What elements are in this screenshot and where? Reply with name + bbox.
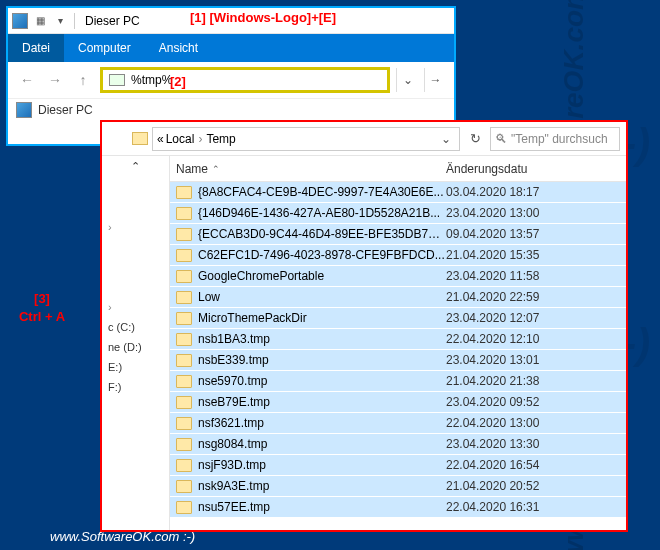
file-name: nseB79E.tmp [198, 395, 446, 409]
sidebar-drive-d[interactable]: ne (D:) [102, 337, 169, 357]
file-name: GoogleChromePortable [198, 269, 446, 283]
folder-icon [176, 480, 192, 493]
tab-ansicht[interactable]: Ansicht [145, 34, 212, 62]
file-row[interactable]: {ECCAB3D0-9C44-46D4-89EE-BFE35DB7D...09.… [170, 224, 626, 245]
tab-computer[interactable]: Computer [64, 34, 145, 62]
address-bar: « Local › Temp ⌄ ↻ 🔍︎ "Temp" durchsuch [102, 122, 626, 156]
file-name: {ECCAB3D0-9C44-46D4-89EE-BFE35DB7D... [198, 227, 446, 241]
file-row[interactable]: {146D946E-1436-427A-AE80-1D5528A21B...23… [170, 203, 626, 224]
file-row[interactable]: {8A8CFAC4-CE9B-4DEC-9997-7E4A30E6E...03.… [170, 182, 626, 203]
file-name: {146D946E-1436-427A-AE80-1D5528A21B... [198, 206, 446, 220]
breadcrumb-prev[interactable]: Local [166, 132, 195, 146]
separator [74, 13, 75, 29]
folder-icon [176, 333, 192, 346]
search-placeholder: "Temp" durchsuch [511, 132, 608, 146]
file-date: 03.04.2020 18:17 [446, 185, 626, 199]
annotation-3: [3] Ctrl + A [12, 290, 72, 326]
folder-icon [176, 207, 192, 220]
file-date: 22.04.2020 16:31 [446, 500, 626, 514]
search-icon: 🔍︎ [495, 132, 507, 146]
file-list: Name ⌃ Änderungsdatu {8A8CFAC4-CE9B-4DEC… [170, 156, 626, 530]
file-row[interactable]: MicroThemePackDir23.04.2020 12:07 [170, 308, 626, 329]
folder-icon [176, 354, 192, 367]
sidebar-item[interactable] [102, 297, 169, 317]
address-dropdown-icon[interactable]: ⌄ [396, 68, 418, 92]
folder-icon [176, 375, 192, 388]
ribbon-tabs: Datei Computer Ansicht [8, 34, 454, 62]
file-row[interactable]: nsg8084.tmp23.04.2020 13:30 [170, 434, 626, 455]
column-date[interactable]: Änderungsdatu [446, 162, 626, 176]
file-row[interactable]: nsjF93D.tmp22.04.2020 16:54 [170, 455, 626, 476]
file-row[interactable]: nse5970.tmp21.04.2020 21:38 [170, 371, 626, 392]
file-date: 09.04.2020 13:57 [446, 227, 626, 241]
annotation-2: [2] [170, 74, 186, 89]
explorer-window-2: « Local › Temp ⌄ ↻ 🔍︎ "Temp" durchsuch ⌃… [100, 120, 628, 532]
file-row[interactable]: nsb1BA3.tmp22.04.2020 12:10 [170, 329, 626, 350]
breadcrumb-current[interactable]: Temp [206, 132, 235, 146]
file-date: 21.04.2020 15:35 [446, 248, 626, 262]
folder-icon [176, 228, 192, 241]
quick-menu-chevron[interactable]: ▾ [52, 13, 68, 29]
column-headers: Name ⌃ Änderungsdatu [170, 156, 626, 182]
breadcrumb-back-chevron[interactable]: « [157, 132, 164, 146]
file-row[interactable]: nseB79E.tmp23.04.2020 09:52 [170, 392, 626, 413]
file-row[interactable]: nsu57EE.tmp22.04.2020 16:31 [170, 497, 626, 518]
nav-forward-icon[interactable]: → [44, 69, 66, 91]
file-name: nsk9A3E.tmp [198, 479, 446, 493]
sidebar-drive-e[interactable]: E:) [102, 357, 169, 377]
breadcrumb[interactable]: « Local › Temp ⌄ [152, 127, 460, 151]
file-date: 23.04.2020 13:00 [446, 206, 626, 220]
file-date: 23.04.2020 13:30 [446, 437, 626, 451]
file-date: 21.04.2020 21:38 [446, 374, 626, 388]
status-text: Dieser PC [38, 103, 93, 117]
folder-icon [132, 132, 148, 145]
file-name: Low [198, 290, 446, 304]
sidebar-drive-c[interactable]: c (C:) [102, 317, 169, 337]
tab-datei[interactable]: Datei [8, 34, 64, 62]
nav-back-icon[interactable]: ← [16, 69, 38, 91]
column-name[interactable]: Name ⌃ [176, 162, 446, 176]
file-name: nsjF93D.tmp [198, 458, 446, 472]
folder-icon [176, 270, 192, 283]
go-icon[interactable]: → [424, 68, 446, 92]
file-row[interactable]: C62EFC1D-7496-4023-8978-CFE9FBFDCD...21.… [170, 245, 626, 266]
file-name: C62EFC1D-7496-4023-8978-CFE9FBFDCD... [198, 248, 446, 262]
file-name: nsf3621.tmp [198, 416, 446, 430]
folder-icon [176, 249, 192, 262]
address-input[interactable]: %tmp% [100, 67, 390, 93]
file-row[interactable]: nsbE339.tmp23.04.2020 13:01 [170, 350, 626, 371]
file-name: nsu57EE.tmp [198, 500, 446, 514]
file-date: 21.04.2020 20:52 [446, 479, 626, 493]
folder-icon [176, 459, 192, 472]
pc-icon [12, 13, 28, 29]
search-input[interactable]: 🔍︎ "Temp" durchsuch [490, 127, 620, 151]
folder-icon [176, 501, 192, 514]
refresh-icon[interactable]: ↻ [464, 131, 486, 146]
address-value: %tmp% [131, 73, 172, 87]
window-body: ⌃ c (C:) ne (D:) E:) F:) Name ⌃ Änderung… [102, 156, 626, 530]
file-name: nsbE339.tmp [198, 353, 446, 367]
pc-icon [109, 74, 125, 86]
file-date: 23.04.2020 12:07 [446, 311, 626, 325]
folder-icon [176, 186, 192, 199]
folder-icon [176, 312, 192, 325]
nav-up-icon[interactable]: ↑ [72, 69, 94, 91]
file-date: 23.04.2020 09:52 [446, 395, 626, 409]
chevron-down-icon[interactable]: ⌄ [437, 132, 455, 146]
file-row[interactable]: Low21.04.2020 22:59 [170, 287, 626, 308]
sort-asc-icon: ⌃ [212, 164, 220, 174]
folder-icon [176, 417, 192, 430]
file-row[interactable]: nsf3621.tmp22.04.2020 13:00 [170, 413, 626, 434]
chevron-right-icon: › [196, 132, 204, 146]
file-date: 22.04.2020 16:54 [446, 458, 626, 472]
sidebar-scroll-up-icon[interactable]: ⌃ [102, 156, 169, 177]
sidebar-drive-f[interactable]: F:) [102, 377, 169, 397]
quick-access-icon[interactable]: ▦ [32, 13, 48, 29]
folder-icon [176, 291, 192, 304]
folder-icon [176, 396, 192, 409]
sidebar: ⌃ c (C:) ne (D:) E:) F:) [102, 156, 170, 530]
file-row[interactable]: GoogleChromePortable23.04.2020 11:58 [170, 266, 626, 287]
file-date: 22.04.2020 12:10 [446, 332, 626, 346]
sidebar-item[interactable] [102, 217, 169, 237]
file-row[interactable]: nsk9A3E.tmp21.04.2020 20:52 [170, 476, 626, 497]
